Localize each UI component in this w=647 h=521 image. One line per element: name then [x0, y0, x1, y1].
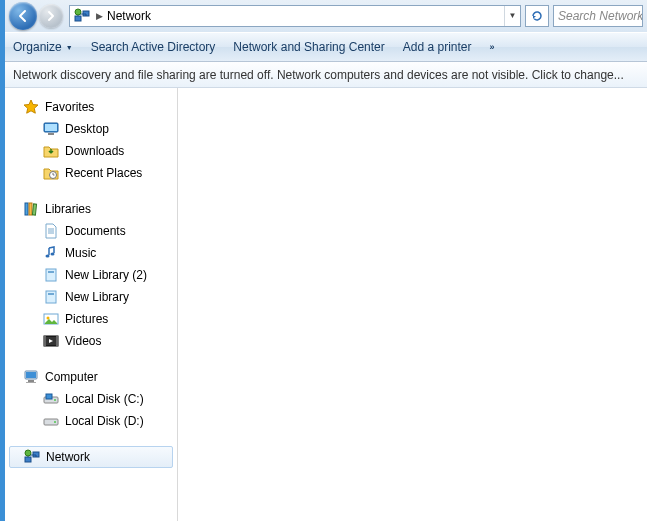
- sidebar-item-recent-places[interactable]: Recent Places: [5, 162, 177, 184]
- svg-rect-23: [28, 380, 34, 382]
- breadcrumb-separator[interactable]: ▶: [94, 11, 105, 21]
- refresh-button[interactable]: [525, 5, 549, 27]
- desktop-icon: [43, 121, 59, 137]
- svg-point-10: [46, 255, 50, 258]
- favorites-header[interactable]: Favorites: [5, 96, 177, 118]
- network-icon: [24, 449, 40, 465]
- forward-button[interactable]: [39, 4, 63, 28]
- computer-group: Computer Local Disk (C:) Local Disk (D:): [5, 366, 177, 432]
- sidebar-item-label: Documents: [65, 224, 126, 238]
- sidebar-item-local-disk-c[interactable]: Local Disk (C:): [5, 388, 177, 410]
- svg-rect-0: [75, 16, 81, 21]
- svg-rect-13: [48, 271, 54, 273]
- navigation-pane: Favorites Desktop Downloads Recent Place…: [5, 88, 178, 521]
- svg-point-26: [54, 399, 56, 401]
- sidebar-item-label: Local Disk (D:): [65, 414, 144, 428]
- add-printer-button[interactable]: Add a printer: [403, 40, 472, 54]
- recent-places-icon: [43, 165, 59, 181]
- toolbar: Organize ▼ Search Active Directory Netwo…: [5, 32, 647, 62]
- search-active-directory-button[interactable]: Search Active Directory: [91, 40, 216, 54]
- library-icon: [43, 267, 59, 283]
- music-icon: [43, 245, 59, 261]
- computer-label: Computer: [45, 370, 98, 384]
- arrow-right-icon: [45, 10, 57, 22]
- videos-icon: [43, 333, 59, 349]
- search-input[interactable]: Search Network: [553, 5, 643, 27]
- organize-label: Organize: [13, 40, 62, 54]
- drive-icon: [43, 413, 59, 429]
- computer-header[interactable]: Computer: [5, 366, 177, 388]
- svg-rect-8: [29, 203, 32, 215]
- svg-rect-30: [25, 457, 31, 462]
- sidebar-item-documents[interactable]: Documents: [5, 220, 177, 242]
- refresh-icon: [530, 9, 544, 23]
- organize-button[interactable]: Organize ▼: [13, 40, 73, 54]
- sidebar-item-label: Videos: [65, 334, 101, 348]
- sidebar-item-desktop[interactable]: Desktop: [5, 118, 177, 140]
- svg-rect-7: [25, 203, 28, 215]
- svg-rect-14: [46, 291, 56, 303]
- sidebar-item-label: New Library (2): [65, 268, 147, 282]
- network-group: Network: [5, 446, 177, 468]
- sidebar-item-label: Pictures: [65, 312, 108, 326]
- svg-rect-19: [44, 336, 46, 346]
- favorites-label: Favorites: [45, 100, 94, 114]
- svg-point-29: [54, 421, 56, 423]
- svg-point-2: [75, 9, 81, 15]
- content-pane[interactable]: [178, 88, 647, 521]
- library-icon: [43, 289, 59, 305]
- arrow-left-icon: [16, 9, 30, 23]
- svg-rect-15: [48, 293, 54, 295]
- documents-icon: [43, 223, 59, 239]
- sidebar-item-label: New Library: [65, 290, 129, 304]
- downloads-icon: [43, 143, 59, 159]
- svg-rect-4: [45, 124, 57, 131]
- breadcrumb-location[interactable]: Network: [105, 9, 151, 23]
- chevron-down-icon: ▼: [66, 44, 73, 51]
- network-label: Network: [46, 450, 90, 464]
- svg-point-11: [51, 253, 55, 256]
- network-header[interactable]: Network: [9, 446, 173, 468]
- network-sharing-center-button[interactable]: Network and Sharing Center: [233, 40, 384, 54]
- address-dropdown-icon[interactable]: ▼: [504, 6, 520, 26]
- pictures-icon: [43, 311, 59, 327]
- sidebar-item-label: Desktop: [65, 122, 109, 136]
- address-bar[interactable]: ▶ Network ▼: [69, 5, 521, 27]
- drive-icon: [43, 391, 59, 407]
- sidebar-item-new-library[interactable]: New Library: [5, 286, 177, 308]
- star-icon: [23, 99, 39, 115]
- libraries-icon: [23, 201, 39, 217]
- favorites-group: Favorites Desktop Downloads Recent Place…: [5, 96, 177, 184]
- back-button[interactable]: [9, 2, 37, 30]
- computer-icon: [23, 369, 39, 385]
- svg-rect-20: [56, 336, 58, 346]
- svg-rect-22: [26, 372, 36, 378]
- libraries-header[interactable]: Libraries: [5, 198, 177, 220]
- sidebar-item-music[interactable]: Music: [5, 242, 177, 264]
- sidebar-item-label: Recent Places: [65, 166, 142, 180]
- sidebar-item-label: Music: [65, 246, 96, 260]
- info-bar[interactable]: Network discovery and file sharing are t…: [5, 62, 647, 88]
- sidebar-item-label: Downloads: [65, 144, 124, 158]
- sidebar-item-videos[interactable]: Videos: [5, 330, 177, 352]
- svg-rect-27: [46, 394, 52, 399]
- svg-rect-5: [48, 133, 54, 135]
- svg-rect-24: [26, 382, 36, 383]
- sidebar-item-label: Local Disk (C:): [65, 392, 144, 406]
- svg-point-17: [47, 317, 50, 320]
- address-row: ▶ Network ▼ Search Network: [5, 0, 647, 32]
- libraries-label: Libraries: [45, 202, 91, 216]
- search-placeholder: Search Network: [558, 9, 643, 23]
- toolbar-overflow-button[interactable]: »: [490, 42, 496, 52]
- sidebar-item-pictures[interactable]: Pictures: [5, 308, 177, 330]
- svg-rect-9: [32, 204, 36, 215]
- sidebar-item-downloads[interactable]: Downloads: [5, 140, 177, 162]
- sidebar-item-local-disk-d[interactable]: Local Disk (D:): [5, 410, 177, 432]
- svg-rect-12: [46, 269, 56, 281]
- libraries-group: Libraries Documents Music New Library (2…: [5, 198, 177, 352]
- network-icon: [74, 8, 90, 24]
- sidebar-item-new-library-2[interactable]: New Library (2): [5, 264, 177, 286]
- main-area: Favorites Desktop Downloads Recent Place…: [5, 88, 647, 521]
- svg-point-32: [25, 450, 31, 456]
